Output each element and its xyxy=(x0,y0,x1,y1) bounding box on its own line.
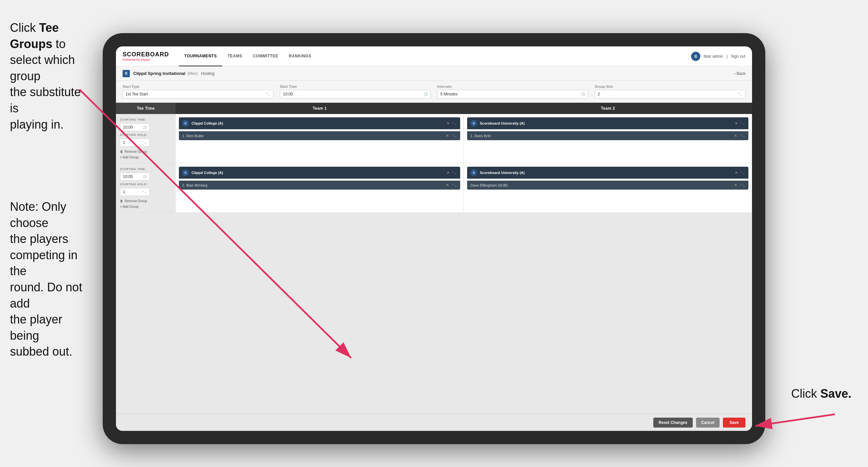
group1-player1-row[interactable]: 1. Rich Butler ✕ ⌃⌄ xyxy=(179,131,460,140)
group1-player1-name: 1. Rich Butler xyxy=(182,134,443,138)
group2-team1-remove[interactable]: ✕ xyxy=(446,171,450,175)
remove-icon: 🗑 xyxy=(120,150,123,153)
user-name: blair admin xyxy=(704,54,723,59)
group1-player1-arrows[interactable]: ⌃⌄ xyxy=(452,134,457,138)
breadcrumb-hosting: Hosting xyxy=(201,71,215,76)
remove-icon2: 🗑 xyxy=(120,199,123,203)
group1-team2-cell: S Scoreboard University (A) ✕ ⌃⌄ 1. Rees… xyxy=(464,114,752,163)
group-row-1: STARTING TIME: 10:00 🕐 STARTING HOLE: 1 … xyxy=(116,114,752,164)
group2-team2-actions: ✕ ⌃⌄ xyxy=(735,171,745,175)
group1-team2-actions: ✕ ⌃⌄ xyxy=(735,121,745,126)
breadcrumb-bar: B Clippd Spring Invitational (Men) Hosti… xyxy=(116,66,752,81)
remove-label: Remove Group xyxy=(125,150,147,153)
start-type-value: 1st Tee Start xyxy=(126,92,148,96)
group2-controls: STARTING TIME: 10:05 🕐 STARTING HOLE: 1 … xyxy=(116,164,176,212)
group1-time-input[interactable]: 10:00 🕐 xyxy=(120,123,150,131)
group2-hole-input[interactable]: 1 ⌃⌄ xyxy=(120,188,150,196)
group2-player1-arrows[interactable]: ⌃⌄ xyxy=(452,183,457,187)
group1-hole-arrows: ⌃⌄ xyxy=(142,141,147,145)
group2-team2-cell: S Scoreboard University (A) ✕ ⌃⌄ Dave Bi… xyxy=(464,164,752,212)
group2-player2-row[interactable]: Dave Billingham (SUB) ✕ ⌃⌄ xyxy=(467,181,748,189)
group1-hole-input[interactable]: 1 ⌃⌄ xyxy=(120,139,150,146)
nav-user: B blair admin | Sign out xyxy=(691,52,745,61)
group2-remove-button[interactable]: 🗑 Remove Group xyxy=(120,199,171,203)
start-time-label: Start Time xyxy=(280,85,431,88)
group-size-value: 2 xyxy=(598,92,600,96)
intervals-input[interactable]: 5 Minutes 🕐 xyxy=(437,90,588,98)
group1-team1-arrows[interactable]: ⌃⌄ xyxy=(452,122,457,125)
group1-player2-row[interactable]: 1. Rees Britt ✕ ⌃⌄ xyxy=(467,131,748,140)
nav-tournaments[interactable]: TOURNAMENTS xyxy=(179,47,222,66)
add-label2: + Add Group xyxy=(120,205,138,208)
group2-player2-name: Dave Billingham (SUB) xyxy=(470,183,732,187)
table-header: Tee Time Team 1 Team 2 xyxy=(116,103,752,114)
intervals-value: 5 Minutes xyxy=(440,92,458,96)
group2-team2-header[interactable]: S Scoreboard University (A) ✕ ⌃⌄ xyxy=(467,167,748,179)
group2-team1-cell: C Clippd College (A) ✕ ⌃⌄ 2. Blair McHar… xyxy=(176,164,464,212)
main-grid: STARTING TIME: 10:00 🕐 STARTING HOLE: 1 … xyxy=(116,114,752,414)
reset-changes-button[interactable]: Reset Changes xyxy=(653,418,693,428)
group1-hole-value: 1 xyxy=(123,140,125,145)
start-type-arrows: ⌃⌄ xyxy=(265,92,270,96)
group2-hole-value: 1 xyxy=(123,189,125,194)
group1-player2-arrows[interactable]: ⌃⌄ xyxy=(740,134,745,138)
group1-team2-header[interactable]: S Scoreboard University (A) ✕ ⌃⌄ xyxy=(467,117,748,129)
group1-player2-remove[interactable]: ✕ xyxy=(734,134,737,138)
group-size-arrows: ⌃⌄ xyxy=(737,92,742,96)
group1-team1-actions: ✕ ⌃⌄ xyxy=(446,121,457,126)
group1-team1-remove[interactable]: ✕ xyxy=(446,121,450,126)
start-type-label: Start Type xyxy=(123,85,273,88)
group1-team2-arrows[interactable]: ⌃⌄ xyxy=(740,122,745,125)
add-label: + Add Group xyxy=(120,155,138,159)
group1-player1-remove[interactable]: ✕ xyxy=(446,134,449,138)
remove-label2: Remove Group xyxy=(125,199,147,203)
group1-team2-name: Scoreboard University (A) xyxy=(480,121,732,125)
group1-team1-icon: C xyxy=(182,120,189,126)
nav-links: TOURNAMENTS TEAMS COMMITTEE RANKINGS xyxy=(179,47,691,66)
breadcrumb-icon: B xyxy=(123,70,130,77)
instructions-text: Click Tee Groups toselect which groupthe… xyxy=(0,13,103,139)
group1-team1-cell: C Clippd College (A) ✕ ⌃⌄ 1. Rich Butler… xyxy=(176,114,464,163)
group2-time-input[interactable]: 10:05 🕐 xyxy=(120,173,150,181)
group2-team1-arrows[interactable]: ⌃⌄ xyxy=(452,171,457,175)
group2-player2-arrows[interactable]: ⌃⌄ xyxy=(740,183,745,187)
group2-time-value: 10:05 xyxy=(123,174,133,179)
group2-add-button[interactable]: + Add Group xyxy=(120,205,171,208)
group2-player1-remove[interactable]: ✕ xyxy=(446,183,449,187)
group2-team2-arrows[interactable]: ⌃⌄ xyxy=(740,171,745,175)
click-save-label: Click Save. xyxy=(791,387,851,401)
group2-player2-remove[interactable]: ✕ xyxy=(734,183,737,187)
group-size-input[interactable]: 2 ⌃⌄ xyxy=(595,90,745,98)
th-team1: Team 1 xyxy=(176,103,464,114)
group2-hole-arrows: ⌃⌄ xyxy=(142,190,147,194)
group1-team1-header[interactable]: C Clippd College (A) ✕ ⌃⌄ xyxy=(179,117,460,129)
group1-team2-remove[interactable]: ✕ xyxy=(735,121,738,126)
settings-row: Start Type 1st Tee Start ⌃⌄ Start Time 1… xyxy=(116,81,752,103)
group1-team1-name: Clippd College (A) xyxy=(191,121,444,125)
group-size-group: Group Size 2 ⌃⌄ xyxy=(595,85,745,98)
group2-team1-header[interactable]: C Clippd College (A) ✕ ⌃⌄ xyxy=(179,167,460,179)
nav-committee[interactable]: COMMITTEE xyxy=(247,47,284,66)
group2-player1-name: 2. Blair McHarg xyxy=(182,183,443,187)
group1-time-value: 10:00 xyxy=(123,125,133,129)
group1-player2-name: 1. Rees Britt xyxy=(470,134,732,138)
cancel-button[interactable]: Cancel xyxy=(696,418,720,428)
group-size-label: Group Size xyxy=(595,85,745,88)
user-avatar: B xyxy=(691,52,700,61)
start-type-input[interactable]: 1st Tee Start ⌃⌄ xyxy=(123,90,273,98)
group1-add-button[interactable]: + Add Group xyxy=(120,155,171,159)
group2-team1-actions: ✕ ⌃⌄ xyxy=(446,171,457,175)
save-button[interactable]: Save xyxy=(723,418,745,428)
group2-player1-row[interactable]: 2. Blair McHarg ✕ ⌃⌄ xyxy=(179,181,460,189)
group1-remove-button[interactable]: 🗑 Remove Group xyxy=(120,150,171,153)
sign-out-link[interactable]: Sign out xyxy=(731,54,745,59)
group2-time-arrows: 🕐 xyxy=(143,175,147,179)
svg-line-3 xyxy=(755,414,835,426)
intervals-arrows: 🕐 xyxy=(581,92,585,96)
group2-team2-remove[interactable]: ✕ xyxy=(735,171,738,175)
nav-teams[interactable]: TEAMS xyxy=(222,47,248,66)
start-time-input[interactable]: 10:00 🕐 xyxy=(280,90,431,98)
group1-time-label: STARTING TIME: xyxy=(120,118,171,121)
back-button[interactable]: ‹ Back xyxy=(734,71,745,76)
nav-rankings[interactable]: RANKINGS xyxy=(284,47,317,66)
